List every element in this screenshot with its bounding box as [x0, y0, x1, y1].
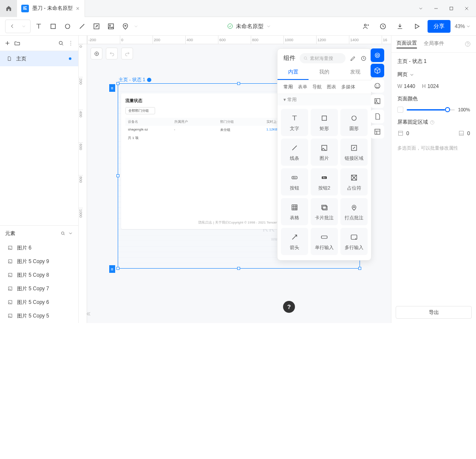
component-line[interactable]: 线条 [281, 139, 308, 166]
svg-text:Btn: Btn [323, 176, 326, 178]
horizontal-ruler: -200020040060080010001200140016 [87, 36, 391, 44]
more-pages-button[interactable] [68, 40, 74, 46]
color-swatch[interactable] [397, 107, 403, 113]
dock-image-icon[interactable] [371, 94, 384, 108]
height-field[interactable]: H1024 [422, 83, 439, 89]
history-icon[interactable] [377, 20, 389, 33]
link-area-tool[interactable] [90, 20, 103, 33]
component-text[interactable]: 文字 [281, 109, 308, 136]
resize-handle[interactable] [116, 267, 119, 270]
tab-global-events[interactable]: 全局事件 [424, 40, 444, 48]
opacity-slider[interactable] [407, 109, 455, 110]
doc-title[interactable]: 未命名原型 [236, 23, 264, 30]
circle-tool[interactable] [61, 20, 74, 33]
component-circle[interactable]: 圆形 [340, 109, 368, 136]
component-link-area[interactable]: 链接区域 [340, 139, 368, 166]
element-item[interactable]: 图片 5 Copy 8 [0, 268, 78, 282]
cat-nav[interactable]: 导航 [312, 84, 322, 90]
component-image[interactable]: 图片 [311, 139, 338, 166]
close-window-button[interactable] [464, 6, 469, 11]
width-field[interactable]: W1440 [397, 83, 415, 89]
search-input[interactable]: 素材海量搜 [300, 53, 346, 63]
component-table[interactable]: 表格 [281, 198, 308, 225]
resize-handle[interactable] [116, 82, 119, 85]
resize-handle[interactable] [237, 267, 240, 270]
tab-builtin[interactable]: 内置 [278, 65, 309, 80]
component-input-single[interactable]: 单行输入 [311, 228, 338, 255]
minimize-button[interactable] [434, 6, 439, 11]
component-rect[interactable]: 矩形 [311, 109, 338, 136]
nav-menu-button[interactable] [18, 21, 29, 32]
search-elements-button[interactable] [60, 231, 65, 236]
history-icon[interactable] [360, 55, 367, 62]
redo-button[interactable] [121, 48, 133, 60]
component-button[interactable]: Btn按钮 [281, 168, 308, 196]
edit-icon[interactable] [350, 55, 356, 62]
close-icon[interactable]: × [76, 5, 79, 12]
page-type-select[interactable]: 网页 [397, 71, 414, 78]
target-button[interactable] [91, 48, 102, 60]
help-button[interactable]: ? [283, 301, 295, 313]
folder-button[interactable] [14, 40, 20, 46]
user-share-icon[interactable] [360, 20, 372, 33]
element-item[interactable]: 图片 5 Copy 9 [0, 255, 78, 268]
tab-page-settings[interactable]: 页面设置 [397, 40, 417, 48]
cat-chart[interactable]: 图表 [327, 84, 336, 90]
tab-mine[interactable]: 我的 [309, 65, 340, 80]
share-button[interactable]: 分享 [428, 20, 450, 33]
toolbar: 未命名原型 分享 43% [0, 17, 476, 36]
dock-file-icon[interactable] [371, 110, 384, 123]
cat-media[interactable]: 多媒体 [341, 84, 355, 90]
ruler-origin[interactable] [79, 36, 87, 44]
component-pin-annot[interactable]: 打点批注 [340, 198, 368, 225]
line-tool[interactable] [76, 20, 88, 33]
element-item[interactable]: 图片 6 [0, 241, 78, 255]
export-button[interactable]: 导出 [396, 306, 472, 319]
search-pages-button[interactable] [58, 40, 64, 46]
cat-common[interactable]: 常用 [283, 84, 293, 90]
element-item[interactable]: 图片 5 Copy 6 [0, 295, 78, 309]
page-item[interactable]: 主页 [0, 51, 78, 66]
image-tool[interactable] [105, 20, 117, 33]
resize-handle[interactable] [116, 174, 119, 177]
dock-components-icon[interactable] [371, 48, 384, 62]
resize-handle[interactable] [358, 267, 361, 270]
dock-emoji-icon[interactable] [371, 79, 384, 93]
play-icon[interactable] [411, 20, 423, 33]
element-item[interactable]: 图片 5 Copy 5 [0, 309, 78, 323]
flow-marker[interactable]: ≡ [109, 265, 115, 273]
svg-rect-1 [51, 24, 56, 28]
cat-form[interactable]: 表单 [298, 84, 307, 90]
dock-layout-icon[interactable] [371, 125, 384, 139]
fixed-bottom-field[interactable]: 0 [458, 130, 470, 136]
zoom-level[interactable]: 43% [455, 23, 471, 29]
add-page-button[interactable] [4, 40, 11, 46]
fixed-top-field[interactable]: 0 [397, 130, 409, 136]
chevron-down-icon[interactable] [418, 6, 423, 11]
dock-cube-icon[interactable] [371, 64, 384, 77]
flow-marker[interactable]: ≡ [109, 84, 115, 92]
collapse-elements-button[interactable] [68, 231, 73, 236]
tab-discover[interactable]: 发现 [340, 65, 371, 80]
document-tab[interactable]: IE 墨刀 - 未命名原型 × [17, 0, 85, 17]
svg-point-6 [125, 25, 126, 26]
component-input-multi[interactable]: 多行输入 [340, 228, 368, 255]
back-button[interactable] [6, 21, 17, 32]
collapse-left-button[interactable] [84, 309, 92, 318]
component-button2[interactable]: Btn按钮2 [311, 168, 338, 196]
element-item[interactable]: 图片 5 Copy 7 [0, 282, 78, 295]
pin-tool-chevron[interactable] [133, 24, 139, 29]
home-button[interactable] [0, 0, 17, 17]
text-tool[interactable] [32, 20, 45, 33]
undo-button[interactable] [106, 48, 118, 60]
artboard-label[interactable]: 主页 - 状态 1 [119, 76, 151, 83]
component-placeholder[interactable]: 占位符 [340, 168, 368, 196]
rect-tool[interactable] [47, 20, 60, 33]
help-icon[interactable] [465, 41, 471, 47]
maximize-button[interactable] [449, 6, 454, 11]
component-card-annot[interactable]: 卡片批注 [311, 198, 338, 225]
component-arrow[interactable]: 箭头 [281, 228, 308, 255]
download-icon[interactable] [394, 20, 406, 33]
pin-tool[interactable] [119, 20, 132, 33]
resize-handle[interactable] [237, 82, 240, 85]
